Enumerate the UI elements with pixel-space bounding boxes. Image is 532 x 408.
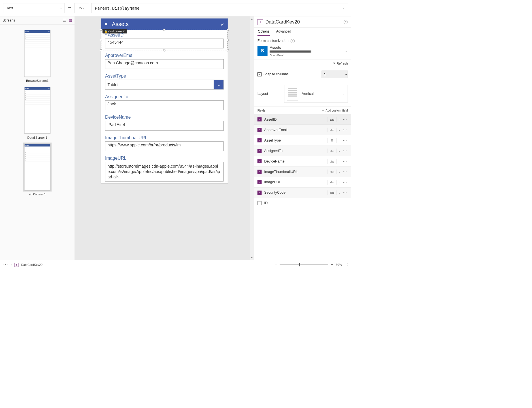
field-row[interactable]: ✓ImageURLabc⌄••• bbox=[254, 177, 351, 187]
field-checkbox[interactable]: ✓ bbox=[258, 138, 262, 142]
submit-icon[interactable]: ✓ bbox=[220, 21, 225, 27]
zoom-in-button[interactable]: + bbox=[331, 262, 333, 267]
text-input[interactable]: Ben.Change@contoso.com bbox=[105, 59, 224, 69]
zoom-slider[interactable] bbox=[280, 264, 329, 265]
field-name: SecurityCode bbox=[264, 191, 328, 195]
chevron-down-icon[interactable]: ⌄ bbox=[337, 170, 342, 173]
breadcrumb-control[interactable]: DataCardKey20 bbox=[21, 263, 42, 266]
snap-checkbox[interactable]: ✓ Snap to columns bbox=[258, 72, 289, 76]
datasource-row[interactable]: S Assets SharePoint ⌄ bbox=[258, 45, 348, 57]
refresh-label: Refresh bbox=[337, 62, 348, 65]
back-icon[interactable]: ✕ bbox=[104, 21, 108, 27]
field-checkbox[interactable]: ✓ bbox=[258, 191, 262, 195]
zoom-out-button[interactable]: − bbox=[275, 262, 277, 267]
scroll-up-icon[interactable]: ▴ bbox=[251, 17, 253, 20]
field-checkbox[interactable]: ✓ bbox=[258, 117, 262, 121]
field-row[interactable]: ID bbox=[254, 198, 351, 208]
dropdown-input[interactable]: Tablet⌄ bbox=[105, 80, 224, 89]
more-icon[interactable]: ••• bbox=[342, 170, 348, 173]
fields-label: Fields bbox=[258, 109, 265, 112]
snap-columns-select[interactable]: 1 bbox=[322, 71, 348, 78]
layout-label: Layout bbox=[258, 91, 268, 96]
field-row[interactable]: ✓ImageThumbnailURLabc⌄••• bbox=[254, 166, 351, 177]
fx-button[interactable]: fx ▾ bbox=[75, 3, 89, 13]
chevron-down-icon[interactable]: ⌄ bbox=[337, 191, 342, 194]
chevron-down-icon[interactable]: ⌄ bbox=[337, 181, 342, 184]
form-card[interactable]: ImageURLhttp://store.storeimages.cdn-app… bbox=[101, 153, 227, 183]
field-name: AssignedTo bbox=[264, 149, 328, 153]
text-input[interactable]: https://www.apple.com/br/pr/products/im bbox=[105, 142, 224, 151]
properties-panel: T DataCardKey20 ? Options Advanced Form … bbox=[254, 16, 351, 260]
add-custom-field-button[interactable]: ＋ Add custom field bbox=[322, 109, 348, 113]
grid-view-icon[interactable]: ▦ bbox=[69, 18, 72, 23]
screen-thumbnail[interactable]: Assets⋯———————EditScreen1 bbox=[0, 141, 75, 198]
form-card[interactable]: ApproverEmailBen.Change@contoso.com bbox=[101, 50, 227, 71]
field-checkbox[interactable]: ✓ bbox=[258, 170, 262, 174]
canvas-scrollbar[interactable]: ▴ ▾ bbox=[250, 16, 254, 260]
chevron-down-icon[interactable]: ⌄ bbox=[337, 160, 342, 163]
resize-handle[interactable] bbox=[100, 39, 102, 41]
text-input[interactable]: Jack bbox=[105, 100, 224, 110]
field-checkbox[interactable]: ✓ bbox=[258, 180, 262, 184]
form-card[interactable]: ImageThumbnailURLhttps://www.apple.com/b… bbox=[101, 133, 227, 153]
field-checkbox[interactable]: ✓ bbox=[258, 149, 262, 153]
form-card[interactable]: DeviceNameiPad Air 4 bbox=[101, 112, 227, 133]
field-label: ApproverEmail bbox=[105, 53, 224, 58]
text-input[interactable]: 4545444 bbox=[105, 39, 224, 48]
chevron-down-icon[interactable]: ⌄ bbox=[337, 118, 342, 121]
text-input[interactable]: http://store.storeimages.cdn-apple.com/8… bbox=[105, 162, 224, 181]
text-input[interactable]: iPad Air 4 bbox=[105, 121, 224, 131]
control-name: DataCardKey20 bbox=[265, 19, 300, 25]
help-icon[interactable]: ? bbox=[291, 39, 295, 43]
layout-value: Vertical bbox=[302, 91, 314, 96]
more-icon[interactable]: ••• bbox=[342, 160, 348, 163]
more-icon[interactable]: ••• bbox=[342, 149, 348, 152]
more-icon[interactable]: ••• bbox=[3, 263, 8, 266]
chevron-down-icon[interactable]: ⌄ bbox=[337, 149, 342, 152]
chevron-down-icon[interactable]: ⌄ bbox=[337, 129, 342, 131]
scroll-down-icon[interactable]: ▾ bbox=[251, 256, 253, 259]
field-checkbox[interactable]: ✓ bbox=[258, 159, 262, 163]
more-icon[interactable]: ••• bbox=[342, 181, 348, 184]
chevron-down-icon[interactable]: ⌄ bbox=[345, 49, 348, 53]
list-view-icon[interactable]: ☰ bbox=[63, 18, 66, 23]
chevron-down-icon: ⌄ bbox=[214, 80, 223, 89]
screen-label: EditScreen1 bbox=[0, 193, 75, 196]
text-control-icon: T bbox=[14, 263, 19, 267]
property-select[interactable]: Text ▾ bbox=[3, 3, 65, 13]
canvas-area: ✕ Assets ✓ 🔒 Card : AssetID * AssetID454… bbox=[75, 16, 254, 260]
chevron-down-icon: ⌄ bbox=[343, 92, 345, 95]
field-row[interactable]: ✓SecurityCodeabc⌄••• bbox=[254, 187, 351, 198]
field-checkbox[interactable] bbox=[258, 201, 262, 205]
tab-options[interactable]: Options bbox=[258, 28, 270, 36]
field-label: DeviceName bbox=[105, 115, 224, 120]
more-icon[interactable]: ••• bbox=[342, 139, 348, 142]
more-icon[interactable]: ••• bbox=[342, 118, 348, 121]
layout-select[interactable]: Vertical ⌄ bbox=[284, 85, 348, 102]
field-label: ImageURL bbox=[105, 156, 224, 161]
formula-input[interactable]: Parent.DisplayName ▾ bbox=[91, 3, 348, 13]
more-icon[interactable]: ••• bbox=[342, 191, 348, 194]
refresh-button[interactable]: ⟳ Refresh bbox=[254, 59, 351, 68]
field-label: AssetType bbox=[105, 73, 224, 78]
form-card[interactable]: * AssetID4545444 bbox=[101, 30, 227, 50]
screen-thumbnail[interactable]: Assets⋯———————DetailScreen1 bbox=[0, 84, 75, 141]
phone-preview: ✕ Assets ✓ 🔒 Card : AssetID * AssetID454… bbox=[101, 18, 228, 183]
form-card[interactable]: AssignedToJack bbox=[101, 91, 227, 112]
field-row[interactable]: ✓AssetID123⌄••• bbox=[254, 114, 351, 125]
resize-handle[interactable] bbox=[227, 39, 229, 41]
field-row[interactable]: ✓ApproverEmailabc⌄••• bbox=[254, 125, 351, 135]
field-row[interactable]: ✓DeviceNameabc⌄••• bbox=[254, 156, 351, 166]
help-icon[interactable]: ? bbox=[344, 20, 348, 24]
property-tabs: Options Advanced bbox=[254, 28, 351, 36]
screen-thumbnail[interactable]: Assets⋯———————BrowseScreen1 bbox=[0, 27, 75, 84]
tab-advanced[interactable]: Advanced bbox=[276, 28, 291, 36]
fit-to-window-icon[interactable]: ⛶ bbox=[344, 263, 348, 267]
field-row[interactable]: ✓AssignedToabc⌄••• bbox=[254, 146, 351, 156]
more-icon[interactable]: ••• bbox=[342, 129, 348, 131]
field-checkbox[interactable]: ✓ bbox=[258, 128, 262, 132]
fx-label: fx bbox=[79, 6, 82, 10]
field-row[interactable]: ✓AssetType⊞⌄••• bbox=[254, 135, 351, 146]
form-card[interactable]: AssetTypeTablet⌄ bbox=[101, 71, 227, 91]
chevron-down-icon[interactable]: ⌄ bbox=[337, 139, 342, 142]
